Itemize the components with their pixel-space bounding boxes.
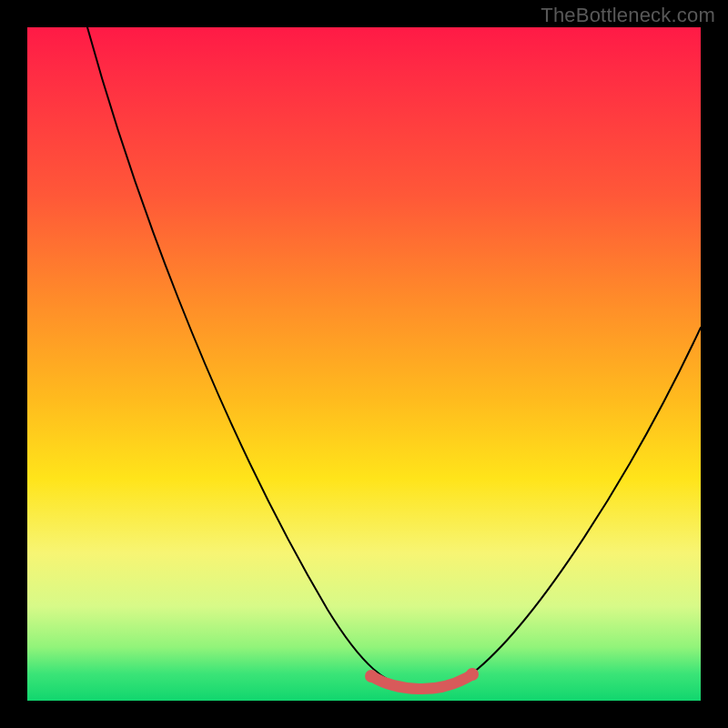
chart-frame: TheBottleneck.com bbox=[0, 0, 728, 728]
optimal-band-highlight-path bbox=[373, 676, 470, 689]
curve-layer bbox=[27, 27, 701, 701]
bottleneck-curve-path bbox=[87, 27, 701, 688]
highlight-dot-right bbox=[466, 668, 479, 681]
plot-area bbox=[27, 27, 701, 701]
highlight-dot-left bbox=[365, 670, 378, 682]
watermark-text: TheBottleneck.com bbox=[541, 4, 715, 27]
